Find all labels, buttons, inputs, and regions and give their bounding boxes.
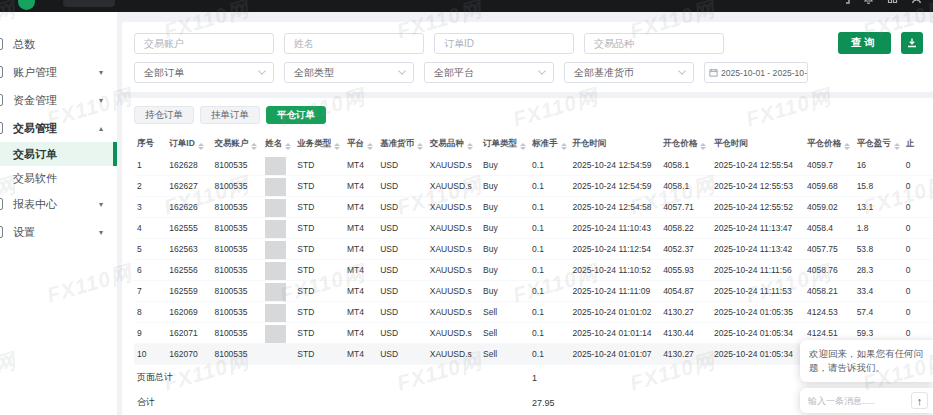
sidebar-item-报表中心[interactable]: 报表中心▾ xyxy=(0,190,117,218)
table-body: 11626288100535STDMT4USDXAUUSD.sBuy0.1202… xyxy=(134,155,933,365)
table-cell: 4058.1 xyxy=(660,176,711,197)
table-cell: 4130.27 xyxy=(660,302,711,323)
column-header-基准货币[interactable]: 基准货币 xyxy=(377,133,427,155)
table-row[interactable]: 41625558100535STDMT4USDXAUUSD.sBuy0.1202… xyxy=(134,218,933,239)
symbol-input[interactable] xyxy=(584,33,724,54)
bell-icon[interactable] xyxy=(862,0,875,5)
sidebar-item-交易订单[interactable]: 交易订单 xyxy=(0,142,117,166)
table-row[interactable]: 51625638100535STDMT4USDXAUUSD.sBuy0.1202… xyxy=(134,239,933,260)
table-cell: MT4 xyxy=(344,239,377,260)
table-cell: STD xyxy=(294,239,344,260)
column-header-姓名[interactable]: 姓名 xyxy=(262,133,294,155)
column-header-交易账户[interactable]: 交易账户 xyxy=(211,133,262,155)
table-cell: 4130.44 xyxy=(660,323,711,344)
redacted-name xyxy=(265,220,286,238)
table-cell: XAUUSD.s xyxy=(427,281,480,302)
table-cell: 57.4 xyxy=(854,302,903,323)
sidebar-item-label: 总数 xyxy=(13,37,35,52)
column-header-订单类型[interactable]: 订单类型 xyxy=(480,133,529,155)
chevron-down-icon xyxy=(398,67,406,75)
column-header-订单ID[interactable]: 订单ID xyxy=(166,133,211,155)
sidebar-item-label: 交易管理 xyxy=(13,121,57,136)
chevron-down-icon: ▾ xyxy=(99,68,103,77)
date-range-picker[interactable]: 2025-10-01 - 2025-10-28 xyxy=(704,62,808,83)
sidebar-item-设置[interactable]: 设置▾ xyxy=(0,218,117,246)
sidebar-item-资金管理[interactable]: 资金管理▾ xyxy=(0,86,117,114)
tab-平仓订单[interactable]: 平仓订单 xyxy=(266,106,326,124)
table-cell xyxy=(262,197,294,218)
page-total-label: 页面总计 xyxy=(134,365,529,391)
column-header-交易品种[interactable]: 交易品种 xyxy=(427,133,480,155)
table-row[interactable]: 81620698100535STDMT4USDXAUUSD.sSell0.120… xyxy=(134,302,933,323)
table-cell: 2025-10-24 01:01:07 xyxy=(570,344,661,365)
table-cell: 8100535 xyxy=(211,155,262,176)
sidebar-item-交易软件[interactable]: 交易软件 xyxy=(0,166,117,190)
column-header-平仓时间: 平仓时间 xyxy=(711,133,804,155)
table-cell: 4057.71 xyxy=(660,197,711,218)
sidebar-item-交易管理[interactable]: 交易管理▴ xyxy=(0,114,117,142)
column-header-序号: 序号 xyxy=(134,133,166,155)
table-cell: 4130.27 xyxy=(660,344,711,365)
trading-account-input[interactable] xyxy=(134,33,274,54)
grand-total-lots: 27.95 xyxy=(529,390,570,415)
table-cell: 53.8 xyxy=(854,239,903,260)
chevron-down-icon xyxy=(538,67,546,75)
table-row[interactable]: 61625568100535STDMT4USDXAUUSD.sBuy0.1202… xyxy=(134,260,933,281)
type-select[interactable]: 全部类型 xyxy=(284,62,414,83)
table-cell: USD xyxy=(377,302,427,323)
order-status-select[interactable]: 全部订单 xyxy=(134,62,274,83)
column-header-平仓价格[interactable]: 平仓价格 xyxy=(804,133,854,155)
table-header-row: 序号订单ID交易账户姓名业务类型平台基准货币交易品种订单类型标准手开仓时间开仓价… xyxy=(134,133,933,155)
table-cell: Buy xyxy=(480,260,529,281)
tab-持仓订单[interactable]: 持仓订单 xyxy=(134,106,194,124)
column-header-止: 止 xyxy=(903,133,933,155)
search-button[interactable]: 查询 xyxy=(838,32,891,54)
table-row[interactable]: 11626288100535STDMT4USDXAUUSD.sBuy0.1202… xyxy=(134,155,933,176)
base-currency-select[interactable]: 全部基准货币 xyxy=(564,62,694,83)
table-row[interactable]: 71625598100535STDMT4USDXAUUSD.sBuy0.1202… xyxy=(134,281,933,302)
export-button[interactable] xyxy=(901,32,923,54)
table-cell: 4124.53 xyxy=(804,302,854,323)
table-cell: 162563 xyxy=(166,239,211,260)
table-cell: 2025-10-24 12:55:53 xyxy=(711,176,804,197)
column-header-开仓价格[interactable]: 开仓价格 xyxy=(660,133,711,155)
table-cell: 0 xyxy=(903,155,933,176)
order-id-input[interactable] xyxy=(434,33,574,54)
chat-send-button[interactable]: ↑ xyxy=(911,392,928,409)
table-cell: STD xyxy=(294,218,344,239)
table-cell: 2 xyxy=(134,176,166,197)
table-cell: Sell xyxy=(480,344,529,365)
fullscreen-icon[interactable] xyxy=(838,0,851,5)
table-cell: 162627 xyxy=(166,176,211,197)
user-avatar-icon[interactable] xyxy=(910,0,923,5)
sidebar-item-总数[interactable]: 总数 xyxy=(0,30,117,58)
table-cell: USD xyxy=(377,239,427,260)
chat-input-bar: ↑ xyxy=(800,388,933,413)
platform-select[interactable]: 全部平台 xyxy=(424,62,554,83)
table-cell: USD xyxy=(377,323,427,344)
table-cell: 2025-10-24 12:54:59 xyxy=(570,176,661,197)
table-cell: 2025-10-24 11:11:53 xyxy=(711,281,804,302)
grid-icon[interactable] xyxy=(886,0,899,5)
sort-icon xyxy=(285,143,291,150)
grand-total-label: 合计 xyxy=(134,390,529,415)
column-header-平仓盈亏[interactable]: 平仓盈亏 xyxy=(854,133,903,155)
table-cell: 0 xyxy=(903,281,933,302)
table-row[interactable]: 31626268100535STDMT4USDXAUUSD.sBuy0.1202… xyxy=(134,197,933,218)
table-cell xyxy=(262,323,294,344)
chat-message-input[interactable] xyxy=(808,396,907,406)
table-cell: 8100535 xyxy=(211,260,262,281)
name-input[interactable] xyxy=(284,33,424,54)
column-header-平台[interactable]: 平台 xyxy=(344,133,377,155)
table-cell: XAUUSD.s xyxy=(427,155,480,176)
table-row[interactable]: 21626278100535STDMT4USDXAUUSD.sBuy0.1202… xyxy=(134,176,933,197)
chat-widget: 欢迎回来，如果您有任何问题，请告诉我们。 ↑ xyxy=(800,340,933,414)
table-cell: 0 xyxy=(903,218,933,239)
tab-挂单订单[interactable]: 挂单订单 xyxy=(200,106,260,124)
column-header-业务类型[interactable]: 业务类型 xyxy=(294,133,344,155)
table-cell: 4058.4 xyxy=(804,218,854,239)
column-header-标准手[interactable]: 标准手 xyxy=(529,133,570,155)
calendar-icon xyxy=(709,68,718,77)
table-cell: 28.3 xyxy=(854,260,903,281)
sidebar-item-账户管理[interactable]: 账户管理▾ xyxy=(0,58,117,86)
